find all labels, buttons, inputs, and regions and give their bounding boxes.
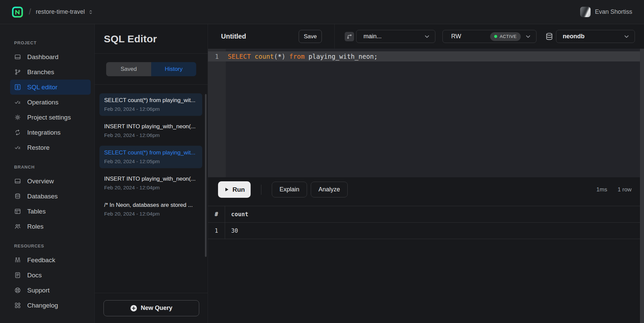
sidebar-item-feedback[interactable]: Feedback	[10, 252, 91, 268]
database-icon	[545, 32, 554, 41]
chevron-down-icon	[424, 33, 430, 40]
history-item[interactable]: INSERT INTO playing_with_neon(...Feb 20,…	[99, 120, 202, 142]
code-editor[interactable]: 1 SELECT count(*) from playing_with_neon…	[208, 49, 640, 177]
sidebar-item-docs[interactable]: Docs	[10, 268, 91, 283]
history-item[interactable]: /* In Neon, databases are stored ...Feb …	[99, 198, 202, 221]
sidebar-item-integrations[interactable]: Integrations	[10, 125, 91, 140]
branch-select[interactable]: main...	[356, 30, 435, 43]
query-duration: 1ms	[596, 186, 607, 193]
sidebar-item-project-settings[interactable]: Project settings	[10, 110, 91, 125]
results-header-row: #count	[208, 206, 640, 223]
sidebar-item-branches[interactable]: Branches	[10, 64, 91, 80]
tables-icon	[14, 208, 21, 215]
page-title: SQL Editor	[104, 33, 157, 45]
app-body: PROJECTDashboardBranchesSQL editorOperat…	[0, 24, 644, 323]
neon-console-app: / restore-time-travel Evan Shortiss PROJ…	[0, 0, 644, 323]
account-menu[interactable]: Evan Shortiss	[580, 7, 632, 17]
history-scrollbar[interactable]	[205, 94, 207, 257]
sidebar-item-label: Docs	[27, 272, 42, 279]
sidebar-item-label: Databases	[27, 193, 58, 200]
avatar[interactable]	[580, 7, 591, 17]
user-name: Evan Shortiss	[595, 8, 632, 15]
changelog-icon	[14, 302, 21, 309]
code-line-content: SELECT count(*) from playing_with_neon;	[226, 53, 378, 60]
sidebar-item-roles[interactable]: Roles	[10, 219, 91, 234]
chevron-down-icon	[525, 33, 531, 40]
main-panel: Untitled Save main... RW	[208, 24, 644, 323]
overview-icon	[14, 178, 21, 185]
sidebar-item-tables[interactable]: Tables	[10, 204, 91, 219]
query-tabs-bar: Saved History	[95, 54, 208, 85]
compute-select[interactable]: RW ACTIVE	[442, 30, 536, 43]
tab-history[interactable]: History	[151, 62, 196, 76]
sidebar-section: RESOURCESFeedbackDocsSupportChangelog	[0, 234, 94, 313]
sidebar-item-label: Overview	[27, 178, 54, 185]
history-timestamp: Feb 20, 2024 - 12:05pm	[104, 158, 198, 165]
editor-toolbar: Run Explain Analyze 1ms 1 row	[208, 177, 640, 202]
branch-select-value: main...	[363, 33, 382, 40]
run-button[interactable]: Run	[218, 181, 251, 198]
results-index-header: #	[208, 206, 225, 222]
results-row: 130	[208, 223, 640, 239]
neon-logo-icon[interactable]	[12, 6, 23, 18]
sidebar-item-sql-editor[interactable]: SQL editor	[10, 80, 91, 95]
history-timestamp: Feb 20, 2024 - 12:06pm	[104, 106, 198, 112]
new-query-button[interactable]: New Query	[103, 300, 199, 316]
sidebar-item-databases[interactable]: Databases	[10, 189, 91, 204]
editor-header: Untitled Save main... RW	[208, 24, 644, 49]
query-tabs: Saved History	[106, 62, 196, 76]
sidebar-section-label: PROJECT	[0, 31, 94, 49]
chevron-down-icon	[623, 33, 630, 40]
editor-scrollbar[interactable]	[640, 49, 644, 323]
databases-icon	[14, 193, 21, 200]
database-select-value: neondb	[563, 33, 585, 40]
query-row-count: 1 row	[617, 186, 632, 193]
active-status-label: ACTIVE	[500, 34, 517, 39]
sidebar-item-dashboard[interactable]: Dashboard	[10, 49, 91, 64]
results-table: #count 130	[208, 206, 640, 239]
tab-saved[interactable]: Saved	[106, 62, 151, 76]
query-stats: 1ms 1 row	[596, 186, 632, 193]
new-query-label: New Query	[141, 305, 172, 312]
sidebar-item-label: Dashboard	[27, 53, 58, 61]
query-title: Untitled	[221, 33, 246, 40]
history-query: INSERT INTO playing_with_neon(...	[104, 176, 198, 182]
database-select[interactable]: neondb	[556, 30, 635, 43]
code-token: *	[278, 53, 282, 60]
sidebar-item-restore[interactable]: Restore	[10, 140, 91, 155]
sidebar-item-changelog[interactable]: Changelog	[10, 298, 91, 313]
docs-icon	[14, 272, 21, 279]
results-row-index: 1	[208, 223, 225, 239]
sidebar-nav: PROJECTDashboardBranchesSQL editorOperat…	[0, 24, 94, 323]
history-item[interactable]: SELECT count(*) from playing_wit...Feb 2…	[99, 93, 202, 116]
sidebar-item-label: Integrations	[27, 129, 60, 136]
sidebar-item-label: Feedback	[27, 257, 55, 264]
history-item[interactable]: INSERT INTO playing_with_neon(...Feb 20,…	[99, 172, 202, 194]
sidebar-item-label: Roles	[27, 223, 44, 230]
branch-icon	[345, 32, 354, 41]
sql-editor-icon	[14, 84, 21, 91]
editor-gutter	[208, 49, 226, 177]
roles-icon	[14, 223, 21, 230]
code-token: from	[289, 53, 305, 60]
status-badge: ACTIVE	[490, 32, 521, 41]
compute-select-value: RW	[451, 33, 461, 40]
sidebar-item-support[interactable]: Support	[10, 283, 91, 298]
code-token: playing_with_neon;	[305, 53, 378, 60]
breadcrumb-project-name[interactable]: restore-time-travel	[36, 8, 85, 15]
history-query: INSERT INTO playing_with_neon(...	[104, 123, 198, 130]
history-timestamp: Feb 20, 2024 - 12:04pm	[104, 185, 198, 191]
sidebar-item-label: Tables	[27, 208, 46, 215]
history-item[interactable]: SELECT count(*) from playing_wit...Feb 2…	[99, 146, 202, 168]
code-token: (	[274, 53, 277, 60]
project-switcher-icon[interactable]	[88, 9, 93, 15]
analyze-button[interactable]: Analyze	[311, 182, 348, 197]
history-list: SELECT count(*) from playing_wit...Feb 2…	[95, 85, 208, 293]
active-code-line[interactable]: 1 SELECT count(*) from playing_with_neon…	[208, 51, 640, 61]
explain-button[interactable]: Explain	[272, 182, 307, 197]
sidebar-item-overview[interactable]: Overview	[10, 174, 91, 189]
sidebar-item-operations[interactable]: Operations	[10, 95, 91, 110]
save-button[interactable]: Save	[299, 30, 322, 43]
history-timestamp: Feb 20, 2024 - 12:06pm	[104, 132, 198, 138]
dashboard-icon	[14, 53, 21, 60]
